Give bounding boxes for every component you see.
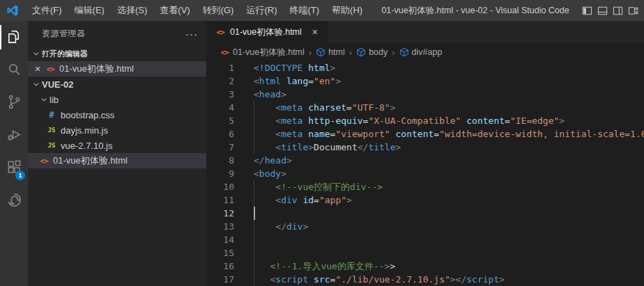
line-content — [234, 246, 254, 260]
toggle-panel-icon[interactable] — [597, 6, 608, 16]
tab-label: 01-vue初体验.html — [230, 26, 302, 38]
code-line-17[interactable]: 17 <script src="./lib/vue-2.7.10.js"></s… — [206, 273, 644, 286]
code-line-15[interactable]: 15 — [206, 246, 644, 260]
menu-run[interactable]: 运行(R) — [240, 0, 283, 21]
window-title: 01-vue初体验.html - vue-02 - Visual Studio … — [369, 5, 582, 17]
tree-item-label: bootstrap.css — [61, 110, 114, 120]
workbench: 1 资源管理器 ··· 打开的编辑器 ×<>01-vue初体验.html VUE… — [0, 21, 644, 286]
line-content: <!DOCTYPE html> — [234, 61, 335, 74]
activity-item-extensions[interactable]: 1 — [0, 152, 28, 184]
symbol-cube-icon — [316, 47, 325, 57]
code-line-16[interactable]: 16 <!--1.导入vue的库文件-->> — [206, 260, 644, 273]
code-line-7[interactable]: 7 <title>Document</title> — [206, 141, 644, 154]
activity-item-search[interactable] — [0, 54, 28, 86]
vscode-logo — [6, 4, 19, 17]
line-content: <meta name="viewport" content="width=dev… — [234, 127, 644, 141]
breadcrumb-symbol-div-app[interactable]: div#app — [399, 47, 443, 57]
code-line-9[interactable]: 9<body> — [206, 167, 644, 180]
breadcrumb-separator: › — [392, 47, 394, 58]
breadcrumb-symbol-body[interactable]: body — [356, 47, 388, 57]
html-file-icon: <> — [219, 48, 230, 57]
line-content: <title>Document</title> — [234, 141, 401, 154]
symbol-cube-icon — [399, 47, 409, 57]
tree-item-vue-2.7.10.js[interactable]: JSvue-2.7.10.js — [28, 138, 206, 153]
tree-item-VUE-02[interactable]: VUE-02 — [28, 77, 206, 92]
breadcrumb-label: html — [328, 47, 345, 57]
menu-file[interactable]: 文件(F) — [26, 0, 68, 21]
code-line-3[interactable]: 3<head> — [206, 88, 644, 101]
open-editors-section[interactable]: 打开的编辑器 — [28, 46, 206, 61]
code-line-11[interactable]: 11 <div id="app"> — [206, 193, 644, 207]
tab-01-vue-html[interactable]: <> 01-vue初体验.html × — [206, 21, 328, 43]
line-content: <!--1.导入vue的库文件-->> — [234, 260, 395, 273]
tree-item-dayjs.min.js[interactable]: JSdayjs.min.js — [28, 122, 206, 138]
title-bar: 文件(F)编辑(E)选择(S)查看(V)转到(G)运行(R)终端(T)帮助(H)… — [0, 0, 644, 21]
menu-edit[interactable]: 编辑(E) — [68, 0, 111, 21]
html-file-icon: <> — [215, 28, 226, 37]
code-line-14[interactable]: 14 — [206, 233, 644, 246]
activity-item-edge-tools[interactable] — [0, 184, 28, 217]
breadcrumb-file[interactable]: <>01-vue初体验.html — [219, 47, 305, 58]
line-content: <script src="./lib/vue-2.7.10.js"></scri… — [234, 273, 505, 286]
line-number: 6 — [206, 127, 234, 141]
search-icon — [6, 61, 22, 79]
open-editor-item[interactable]: ×<>01-vue初体验.html — [28, 61, 206, 77]
code-line-1[interactable]: 1<!DOCTYPE html> — [206, 61, 644, 74]
menu-view[interactable]: 查看(V) — [153, 0, 196, 21]
indent-guide — [254, 101, 254, 154]
activity-item-run-debug[interactable] — [0, 119, 28, 152]
toggle-primary-sidebar-icon[interactable] — [582, 6, 592, 16]
text-cursor — [254, 207, 255, 220]
breadcrumb-symbol-html[interactable]: html — [316, 47, 345, 57]
tree-item-01-vue-.html[interactable]: <>01-vue初体验.html — [28, 153, 206, 168]
files-icon — [6, 29, 22, 47]
line-number: 12 — [206, 207, 234, 220]
menu-go[interactable]: 转到(G) — [197, 0, 240, 21]
css-file-icon: # — [46, 110, 57, 120]
code-line-6[interactable]: 6 <meta name="viewport" content="width=d… — [206, 127, 644, 141]
code-line-10[interactable]: 10 <!--vue控制下的div--> — [206, 180, 644, 193]
line-content — [234, 233, 254, 246]
extensions-badge: 1 — [15, 170, 25, 180]
line-number: 1 — [206, 61, 234, 74]
code-line-4[interactable]: 4 <meta charset="UTF-8"> — [206, 101, 644, 114]
line-content: <div id="app"> — [234, 193, 352, 207]
breadcrumb-label: div#app — [412, 47, 443, 57]
code-editor[interactable]: 1<!DOCTYPE html>2<html lang="en">3<head>… — [206, 61, 644, 286]
explorer-sidebar: 资源管理器 ··· 打开的编辑器 ×<>01-vue初体验.html VUE-0… — [28, 21, 206, 286]
tree-item-lib[interactable]: lib — [28, 92, 206, 107]
line-number: 5 — [206, 114, 234, 127]
line-number: 10 — [206, 180, 234, 193]
menu-selection[interactable]: 选择(S) — [111, 0, 153, 21]
code-line-5[interactable]: 5 <meta http-equiv="X-UA-Compatible" con… — [206, 114, 644, 127]
more-actions-icon[interactable]: ··· — [185, 28, 198, 40]
activity-item-source-control[interactable] — [0, 86, 28, 119]
symbol-cube-icon — [356, 47, 366, 57]
line-content: <html lang="en"> — [234, 74, 341, 88]
activity-item-explorer[interactable] — [0, 21, 28, 54]
customize-layout-icon[interactable] — [628, 6, 638, 16]
menu-terminal[interactable]: 终端(T) — [283, 0, 325, 21]
line-content: <!--vue控制下的div--> — [234, 180, 383, 193]
close-icon[interactable]: × — [32, 63, 43, 74]
line-number: 17 — [206, 273, 234, 286]
html-file-icon: <> — [38, 157, 49, 166]
breadcrumb-separator: › — [309, 47, 312, 58]
tree-item-bootstrap.css[interactable]: #bootstrap.css — [28, 107, 206, 122]
close-icon[interactable]: × — [309, 26, 321, 38]
code-line-8[interactable]: 8</head> — [206, 154, 644, 167]
code-line-2[interactable]: 2<html lang="en"> — [206, 74, 644, 88]
line-number: 3 — [206, 88, 234, 101]
line-number: 8 — [206, 154, 234, 167]
tab-bar: <> 01-vue初体验.html × — [206, 21, 644, 43]
toggle-secondary-sidebar-icon[interactable] — [613, 6, 623, 16]
menu-help[interactable]: 帮助(H) — [325, 0, 369, 21]
js-file-icon: JS — [46, 127, 57, 134]
indent-guide — [254, 180, 254, 286]
code-line-13[interactable]: 13 </div> — [206, 220, 644, 233]
code-line-12[interactable]: 12 — [206, 207, 644, 220]
line-number: 16 — [206, 260, 234, 273]
breadcrumb-label: 01-vue初体验.html — [233, 47, 305, 58]
layout-controls — [582, 6, 644, 16]
line-content: <meta http-equiv="X-UA-Compatible" conte… — [234, 114, 565, 127]
